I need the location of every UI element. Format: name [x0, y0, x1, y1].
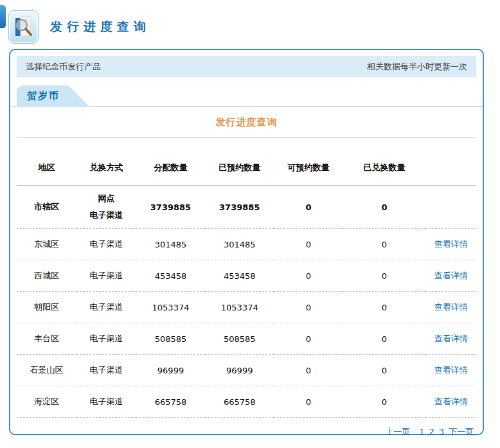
- table-row: 石景山区电子渠道969999699900查看详情: [17, 355, 476, 386]
- exchanged-cell: 0: [343, 186, 426, 229]
- header-reserved: 已预约数量: [205, 154, 274, 186]
- method-line: 电子渠道: [76, 236, 136, 253]
- magnifier-document-icon-svg: [13, 15, 34, 39]
- view-detail-link[interactable]: 查看详情: [434, 397, 468, 406]
- view-detail-link[interactable]: 查看详情: [434, 365, 468, 375]
- section-divider: [17, 137, 476, 138]
- region-cell: 市辖区: [17, 186, 76, 229]
- region-cell: 海淀区: [17, 386, 76, 418]
- method-cell: 电子渠道: [76, 355, 136, 386]
- available-cell: 0: [274, 292, 343, 323]
- table-row: 西城区电子渠道45345845345800查看详情: [17, 260, 476, 292]
- method-line: 电子渠道: [76, 267, 136, 284]
- available-cell: 0: [274, 229, 343, 260]
- left-edge-tab: [0, 5, 6, 28]
- method-line: 电子渠道: [76, 299, 136, 316]
- pagination: 上一页123下一页: [10, 426, 474, 438]
- view-detail-link[interactable]: 查看详情: [434, 302, 468, 312]
- allocated-cell: 453458: [136, 260, 205, 292]
- allocated-cell: 1053374: [136, 292, 205, 323]
- reserved-cell: 453458: [205, 260, 274, 292]
- page-number-link[interactable]: 3: [439, 427, 444, 436]
- region-cell: 西城区: [17, 260, 76, 292]
- header-available: 可预约数量: [274, 154, 343, 186]
- table-body: 市辖区网点电子渠道3739885373988500东城区电子渠道30148530…: [17, 186, 476, 418]
- exchanged-cell: 0: [343, 229, 426, 260]
- panel-toolbar: 选择纪念币发行产品 相关数据每半小时更新一次: [17, 56, 476, 77]
- page-links: 123: [415, 427, 444, 436]
- detail-cell: 查看详情: [425, 386, 476, 418]
- toolbar-left-label: 选择纪念币发行产品: [26, 61, 101, 73]
- detail-cell: 查看详情: [425, 229, 476, 260]
- exchanged-cell: 0: [343, 323, 426, 355]
- header-detail: [425, 154, 476, 186]
- allocated-cell: 3739885: [136, 186, 205, 229]
- method-cell: 电子渠道: [76, 260, 136, 292]
- allocated-cell: 96999: [136, 355, 205, 386]
- progress-table: 地区 兑换方式 分配数量 已预约数量 可预约数量 已兑换数量 市辖区网点电子渠道…: [17, 154, 476, 418]
- region-cell: 石景山区: [17, 355, 76, 386]
- header-allocated: 分配数量: [136, 154, 205, 186]
- page-header: 发行进度查询: [8, 10, 150, 44]
- method-line: 电子渠道: [76, 330, 136, 347]
- method-cell: 电子渠道: [76, 323, 136, 355]
- reserved-cell: 508585: [205, 323, 274, 355]
- exchanged-cell: 0: [343, 260, 426, 292]
- method-line: 电子渠道: [76, 362, 136, 379]
- table-row: 海淀区电子渠道66575866575800查看详情: [17, 386, 476, 418]
- page-number-link[interactable]: 1: [419, 427, 424, 436]
- prev-page-link[interactable]: 上一页: [385, 427, 410, 436]
- exchanged-cell: 0: [343, 386, 426, 418]
- table-row: 市辖区网点电子渠道3739885373988500: [17, 186, 476, 229]
- detail-cell: 查看详情: [425, 355, 476, 386]
- exchanged-cell: 0: [343, 355, 426, 386]
- header-exchanged: 已兑换数量: [343, 154, 426, 186]
- table-row: 丰台区电子渠道50858550858500查看详情: [17, 323, 476, 355]
- tab-row: 贺岁币: [10, 85, 483, 107]
- view-detail-link[interactable]: 查看详情: [434, 239, 468, 249]
- view-detail-link[interactable]: 查看详情: [434, 334, 468, 343]
- table-row: 东城区电子渠道30148530148500查看详情: [17, 229, 476, 260]
- section-title: 发行进度查询: [10, 107, 483, 137]
- method-cell: 电子渠道: [76, 292, 136, 323]
- reserved-cell: 96999: [205, 355, 274, 386]
- page-number-link[interactable]: 2: [429, 427, 434, 436]
- method-cell: 电子渠道: [76, 386, 136, 418]
- method-cell: 网点电子渠道: [76, 186, 136, 229]
- method-line: 电子渠道: [76, 207, 136, 224]
- detail-cell: 查看详情: [425, 292, 476, 323]
- region-cell: 朝阳区: [17, 292, 76, 323]
- page-title: 发行进度查询: [50, 19, 150, 35]
- region-cell: 丰台区: [17, 323, 76, 355]
- detail-cell: 查看详情: [425, 323, 476, 355]
- reserved-cell: 665758: [205, 386, 274, 418]
- header-method: 兑换方式: [76, 154, 136, 186]
- allocated-cell: 665758: [136, 386, 205, 418]
- main-panel: 选择纪念币发行产品 相关数据每半小时更新一次 贺岁币 发行进度查询 地区 兑换方…: [9, 49, 484, 435]
- reserved-cell: 1053374: [205, 292, 274, 323]
- method-line: 电子渠道: [76, 393, 136, 410]
- method-line: 网点: [76, 190, 136, 207]
- region-cell: 东城区: [17, 229, 76, 260]
- detail-cell: [425, 186, 476, 229]
- detail-cell: 查看详情: [425, 260, 476, 292]
- magnifier-document-icon: [8, 10, 39, 44]
- table-header-row: 地区 兑换方式 分配数量 已预约数量 可预约数量 已兑换数量: [17, 154, 476, 186]
- exchanged-cell: 0: [343, 292, 426, 323]
- reserved-cell: 3739885: [205, 186, 274, 229]
- allocated-cell: 301485: [136, 229, 205, 260]
- next-page-link[interactable]: 下一页: [449, 427, 474, 436]
- available-cell: 0: [274, 186, 343, 229]
- toolbar-update-note: 相关数据每半小时更新一次: [367, 61, 467, 73]
- table-row: 朝阳区电子渠道1053374105337400查看详情: [17, 292, 476, 323]
- available-cell: 0: [274, 323, 343, 355]
- reserved-cell: 301485: [205, 229, 274, 260]
- available-cell: 0: [274, 260, 343, 292]
- method-cell: 电子渠道: [76, 229, 136, 260]
- header-region: 地区: [17, 154, 76, 186]
- allocated-cell: 508585: [136, 323, 205, 355]
- tab-hesuibi[interactable]: 贺岁币: [17, 85, 89, 107]
- available-cell: 0: [274, 355, 343, 386]
- available-cell: 0: [274, 386, 343, 418]
- view-detail-link[interactable]: 查看详情: [434, 271, 468, 280]
